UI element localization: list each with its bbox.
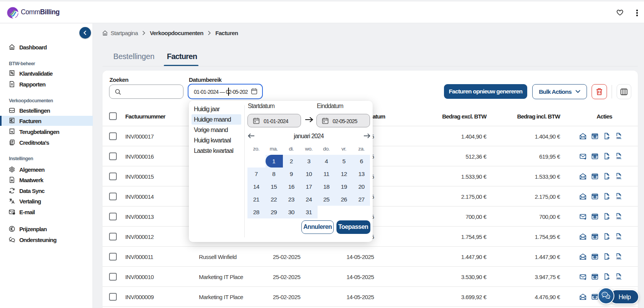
svg-text:XML: XML — [616, 177, 622, 179]
svg-text:XML: XML — [616, 217, 622, 220]
svg-text:XML: XML — [616, 257, 622, 260]
svg-text:XML: XML — [616, 137, 622, 139]
svg-text:XML: XML — [616, 237, 622, 240]
svg-text:XML: XML — [616, 157, 622, 159]
svg-text:XML: XML — [616, 277, 622, 280]
svg-text:XML: XML — [616, 197, 622, 200]
